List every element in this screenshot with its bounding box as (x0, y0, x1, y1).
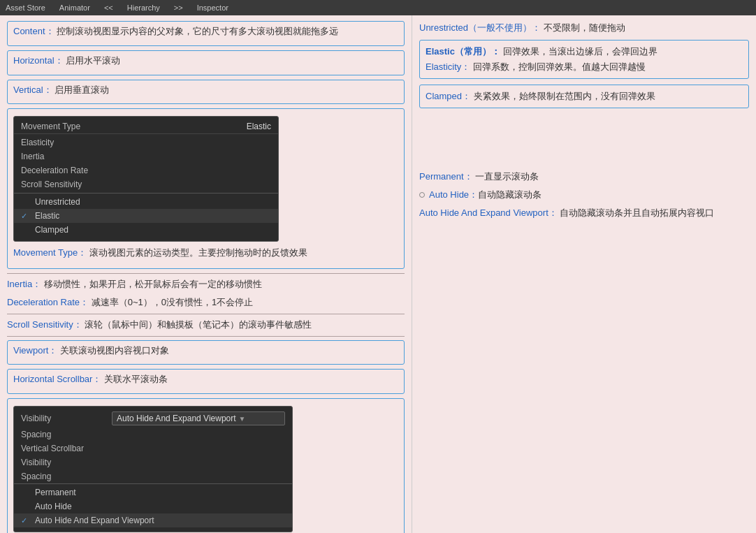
scroll-sensitivity-text: 滚轮（鼠标中间）和触摸板（笔记本）的滚动事件敏感性 (85, 319, 312, 330)
deceleration-section: Deceleration Rate： 减速率（0~1），0没有惯性，1不会停止 (7, 295, 405, 310)
horizontal-scrollbar-text: 关联水平滚动条 (104, 374, 168, 384)
deceleration-label: Deceleration Rate： (7, 297, 89, 307)
vertical-line: Vertical： 启用垂直滚动 (13, 83, 398, 98)
elastic-label: Elastic（常用）： (426, 46, 500, 57)
permanent-option-text: Permanent (35, 488, 76, 497)
visibility-row2: Visibility (14, 455, 292, 469)
inertia-label: Inertia (21, 152, 112, 161)
visibility-dropdown[interactable]: Visibility Auto Hide And Expand Viewport… (13, 406, 293, 532)
option-unrestricted[interactable]: Unrestricted (14, 195, 278, 209)
visibility-label2: Visibility (21, 458, 112, 467)
horizontal-section: Horizontal： 启用水平滚动 (7, 50, 405, 75)
option-clamped[interactable]: Clamped (14, 223, 278, 237)
unrestricted-option-text: Unrestricted (35, 197, 80, 207)
content-label: Content： (13, 26, 54, 36)
elastic-line: Elastic（常用）： 回弹效果，当滚出边缘后，会弹回边界 (426, 44, 743, 59)
visibility-label1: Visibility (21, 414, 112, 423)
visibility-select[interactable]: Auto Hide And Expand Viewport ▼ (112, 411, 285, 425)
right-panel: Unrestricted（一般不使用）： 不受限制，随便拖动 Elastic（常… (412, 15, 756, 533)
content-text: 控制滚动视图显示内容的父对象，它的尺寸有多大滚动视图就能拖多远 (57, 26, 338, 36)
permanent-label: Permanent： (419, 171, 473, 182)
permanent-section: Permanent： 一直显示滚动条 (419, 170, 749, 184)
vertical-scrollbar-label: Vertical Scrollbar (21, 444, 112, 453)
clamped-line: Clamped： 夹紧效果，始终限制在范围内，没有回弹效果 (426, 89, 743, 104)
circle-icon (419, 192, 425, 198)
topbar-hierarchy[interactable]: Hierarchy (127, 3, 160, 12)
option-permanent[interactable]: Permanent (14, 485, 292, 499)
movement-type-dropdown[interactable]: Movement Type Elastic Elasticity Inertia… (13, 116, 279, 242)
inertia-text: 移动惯性，如果开启，松开鼠标后会有一定的移动惯性 (44, 279, 262, 289)
inertia-row: Inertia (14, 149, 278, 163)
elastic-section: Elastic（常用）： 回弹效果，当滚出边缘后，会弹回边界 Elasticit… (419, 40, 749, 79)
divider1 (7, 273, 405, 274)
topbar-prev[interactable]: << (104, 3, 113, 12)
topbar-inspector[interactable]: Inspector (197, 3, 228, 12)
movement-type-section: Movement Type： 滚动视图元素的运动类型。主要控制拖动时的反馈效果 (13, 246, 398, 261)
horizontal-scrollbar-line: Horizontal Scrollbar： 关联水平滚动条 (13, 372, 398, 387)
horizontal-scrollbar-section: Horizontal Scrollbar： 关联水平滚动条 (7, 369, 405, 394)
topbar-animator[interactable]: Animator (59, 3, 90, 12)
auto-hide-label: Auto Hide： (429, 188, 478, 203)
divider2 (7, 314, 405, 314)
topbar-next[interactable]: >> (174, 3, 183, 12)
auto-hide-expand-option-text: Auto Hide And Expand Viewport (35, 516, 154, 525)
vertical-text: 启用垂直滚动 (54, 85, 109, 95)
deceleration-row: Deceleration Rate (14, 163, 278, 177)
elastic-checkmark: ✓ (21, 212, 27, 221)
unrestricted-label: Unrestricted（一般不使用）： (419, 22, 541, 33)
visibility-row1: Visibility Auto Hide And Expand Viewport… (14, 409, 292, 428)
clamped-option-text: Clamped (35, 225, 68, 235)
elastic-option-text: Elastic (35, 211, 59, 221)
auto-hide-expand-label: Auto Hide And Expand Viewport： (419, 207, 558, 218)
auto-hide-expand-section: Auto Hide And Expand Viewport： 自动隐藏滚动条并且… (419, 206, 749, 221)
clamped-text: 夹紧效果，始终限制在范围内，没有回弹效果 (474, 91, 655, 101)
auto-hide-section: Auto Hide： 自动隐藏滚动条 (419, 188, 749, 203)
scroll-sensitivity-section: Scroll Sensitivity： 滚轮（鼠标中间）和触摸板（笔记本）的滚动… (7, 318, 405, 333)
viewport-line: Viewport： 关联滚动视图内容视口对象 (13, 344, 398, 358)
divider3 (7, 336, 405, 337)
elasticity-text: 回弹系数，控制回弹效果。值越大回弹越慢 (473, 61, 646, 72)
dropdown-header: Movement Type Elastic (14, 119, 278, 134)
spacing-label1: Spacing (21, 430, 112, 439)
option-auto-hide-expand[interactable]: ✓ Auto Hide And Expand Viewport (14, 513, 292, 527)
auto-hide-expand-text: 自动隐藏滚动条并且自动拓展内容视口 (560, 207, 714, 218)
vertical-scrollbar-row: Vertical Scrollbar (14, 441, 292, 455)
deceleration-text: 减速率（0~1），0没有惯性，1不会停止 (92, 297, 254, 307)
clamped-section: Clamped： 夹紧效果，始终限制在范围内，没有回弹效果 (419, 85, 749, 108)
clamped-label: Clamped： (426, 91, 471, 101)
auto-hide-text: 自动隐藏滚动条 (478, 188, 541, 203)
vertical-label: Vertical： (13, 85, 52, 95)
auto-hide-expand-checkmark: ✓ (21, 516, 27, 525)
dropdown-arrow-icon: ▼ (239, 415, 246, 423)
unrestricted-section: Unrestricted（一般不使用）： 不受限制，随便拖动 (419, 21, 749, 36)
permanent-text: 一直显示滚动条 (475, 171, 539, 182)
visibility-value1: Auto Hide And Expand Viewport ▼ (112, 411, 285, 425)
scroll-sensitivity-label: Scroll Sensitivity： (7, 319, 82, 330)
left-panel: Content： 控制滚动视图显示内容的父对象，它的尺寸有多大滚动视图就能拖多远… (0, 15, 412, 533)
elastic-text: 回弹效果，当滚出边缘后，会弹回边界 (503, 46, 657, 57)
top-bar: Asset Store Animator << Hierarchy >> Ins… (0, 0, 756, 15)
vertical-section: Vertical： 启用垂直滚动 (7, 80, 405, 105)
visibility-select-value: Auto Hide And Expand Viewport (117, 414, 236, 423)
topbar-asset-store[interactable]: Asset Store (6, 3, 45, 12)
spacing-row1: Spacing (14, 428, 292, 441)
movement-type-label: Movement Type： (13, 247, 87, 258)
viewport-section: Viewport： 关联滚动视图内容视口对象 (7, 340, 405, 365)
scroll-sens-row: Scroll Sensitivity (14, 177, 278, 191)
movement-type-text: 滚动视图元素的运动类型。主要控制拖动时的反馈效果 (89, 247, 307, 258)
horizontal-text: 启用水平滚动 (66, 55, 120, 66)
elasticity-label: Elasticity (21, 138, 112, 147)
unrestricted-text: 不受限制，随便拖动 (544, 22, 625, 33)
option-elastic[interactable]: ✓ Elastic (14, 209, 278, 223)
scroll-sens-label: Scroll Sensitivity (21, 180, 112, 189)
elasticity-line: Elasticity： 回弹系数，控制回弹效果。值越大回弹越慢 (426, 59, 743, 75)
content-line: Content： 控制滚动视图显示内容的父对象，它的尺寸有多大滚动视图就能拖多远 (13, 24, 398, 39)
option-auto-hide[interactable]: Auto Hide (14, 499, 292, 513)
spacing-label2: Spacing (21, 472, 112, 481)
viewport-text: 关联滚动视图内容视口对象 (60, 345, 169, 356)
inertia-label: Inertia： (7, 279, 41, 289)
movement-type-value: Elastic (247, 122, 271, 131)
spacing-row2: Spacing (14, 469, 292, 483)
auto-hide-option-text: Auto Hide (35, 502, 72, 511)
content-section: Content： 控制滚动视图显示内容的父对象，它的尺寸有多大滚动视图就能拖多远 (7, 21, 405, 46)
